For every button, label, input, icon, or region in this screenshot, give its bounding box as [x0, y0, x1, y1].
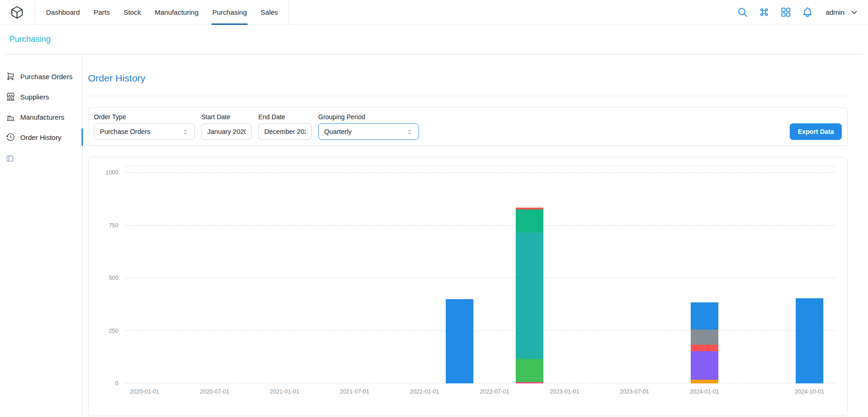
y-axis-tick-label: 750: [109, 222, 118, 229]
stacked-bar: [516, 208, 543, 383]
stacked-bar: [796, 298, 823, 383]
inventree-logo-icon[interactable]: [10, 5, 25, 20]
bar-segment: [516, 232, 543, 359]
title-divider: [88, 96, 848, 96]
navbar-actions: admin: [736, 6, 859, 18]
user-name: admin: [826, 8, 845, 16]
bar-segment: [446, 299, 473, 383]
bar-segment: [691, 330, 718, 345]
x-axis-tick-label: 2021-07-01: [340, 388, 369, 395]
x-axis-tick-label: 2023-01-01: [550, 388, 579, 395]
grouping-period-value: Quarterly: [324, 128, 352, 135]
sidebar-item-label: Manufacturers: [20, 113, 64, 121]
tab-stock[interactable]: Stock: [117, 0, 148, 25]
y-gridline: [125, 383, 835, 383]
grouping-period-select[interactable]: Quarterly: [318, 123, 419, 140]
sidebar-item-purchase-orders[interactable]: Purchase Orders: [0, 66, 82, 87]
order-history-chart-card: 025050075010002020-01-012020-07-012021-0…: [88, 157, 848, 416]
order-type-select[interactable]: Purchase Orders: [94, 123, 195, 140]
tab-dashboard[interactable]: Dashboard: [39, 0, 87, 25]
bar-segment: [516, 209, 543, 232]
breadcrumb: Purchasing: [5, 25, 863, 54]
start-date-label: Start Date: [201, 113, 252, 121]
stacked-bar: [691, 302, 718, 383]
y-axis-tick-label: 1000: [105, 169, 118, 176]
main-nav: Dashboard Parts Stock Manufacturing Purc…: [35, 0, 289, 25]
top-navbar: Dashboard Parts Stock Manufacturing Purc…: [0, 0, 868, 25]
end-date-input[interactable]: [258, 123, 312, 140]
bar-segment: [796, 298, 823, 383]
building-store-icon: [6, 92, 15, 101]
y-gridline: [125, 330, 835, 331]
tab-manufacturing[interactable]: Manufacturing: [148, 0, 205, 25]
stacked-bar: [446, 299, 473, 383]
end-date-label: End Date: [258, 113, 312, 121]
bar-segment: [516, 359, 543, 382]
order-type-field: Order Type Purchase Orders: [94, 113, 195, 140]
filter-panel: Order Type Purchase Orders Start Date En…: [88, 107, 848, 146]
sidebar-item-order-history[interactable]: Order History: [0, 127, 82, 147]
apps-grid-icon[interactable]: [780, 6, 792, 18]
shopping-cart-icon: [6, 72, 15, 81]
x-axis-tick-label: 2024-01-01: [690, 388, 719, 395]
x-axis-tick-label: 2024-10-01: [795, 388, 824, 395]
chart-plot: 025050075010002020-01-012020-07-012021-0…: [125, 166, 835, 383]
bell-icon[interactable]: [801, 6, 814, 18]
x-axis-tick-label: 2020-07-01: [200, 388, 229, 395]
y-axis-tick-label: 0: [115, 380, 118, 387]
history-icon: [6, 133, 15, 142]
bar-segment: [516, 382, 543, 383]
collapse-sidebar-icon[interactable]: [6, 155, 14, 163]
export-data-button[interactable]: Export Data: [790, 123, 842, 140]
x-axis-tick-label: 2021-01-01: [270, 388, 299, 395]
grouping-period-label: Grouping Period: [318, 113, 419, 121]
sidebar-item-label: Order History: [20, 133, 61, 141]
order-type-label: Order Type: [94, 113, 195, 121]
plot-top-line: [125, 166, 835, 166]
command-icon[interactable]: [758, 6, 770, 18]
selector-icon: [406, 128, 413, 135]
grouping-period-field: Grouping Period Quarterly: [318, 113, 419, 140]
x-axis-tick-label: 2022-07-01: [480, 388, 509, 395]
breadcrumb-purchasing[interactable]: Purchasing: [9, 35, 51, 44]
tab-parts[interactable]: Parts: [87, 0, 117, 25]
search-icon[interactable]: [736, 6, 749, 18]
y-gridline: [125, 278, 835, 278]
page-title: Order History: [88, 73, 848, 84]
x-axis-tick-label: 2022-01-01: [410, 388, 439, 395]
y-axis-tick-label: 500: [109, 275, 118, 281]
sidebar-item-manufacturers[interactable]: Manufacturers: [0, 107, 82, 127]
y-axis-tick-label: 250: [109, 328, 118, 334]
start-date-field: Start Date: [201, 113, 252, 140]
order-type-value: Purchase Orders: [100, 128, 151, 135]
y-gridline: [125, 172, 835, 173]
sidebar: Purchase Orders Suppliers: [0, 54, 82, 416]
bar-segment: [691, 345, 718, 351]
tab-purchasing[interactable]: Purchasing: [205, 0, 254, 25]
start-date-input[interactable]: [201, 123, 252, 140]
page: Dashboard Parts Stock Manufacturing Purc…: [0, 0, 868, 417]
sidebar-item-label: Purchase Orders: [20, 73, 72, 81]
bar-segment: [691, 351, 718, 380]
tab-sales[interactable]: Sales: [254, 0, 285, 25]
content-area: Purchase Orders Suppliers: [0, 54, 868, 416]
bar-segment: [691, 380, 718, 383]
chevron-down-icon: [850, 8, 859, 17]
x-axis-tick-label: 2023-07-01: [620, 388, 649, 395]
sidebar-item-suppliers[interactable]: Suppliers: [0, 87, 82, 107]
y-gridline: [125, 225, 835, 226]
bar-segment: [691, 302, 718, 330]
main-panel: Order History Order Type Purchase Orders…: [82, 54, 868, 416]
user-menu[interactable]: admin: [826, 8, 859, 17]
selector-icon: [182, 128, 189, 135]
sidebar-item-label: Suppliers: [20, 93, 49, 101]
x-axis-tick-label: 2020-01-01: [130, 388, 159, 395]
factory-icon: [6, 112, 15, 122]
end-date-field: End Date: [258, 113, 312, 140]
